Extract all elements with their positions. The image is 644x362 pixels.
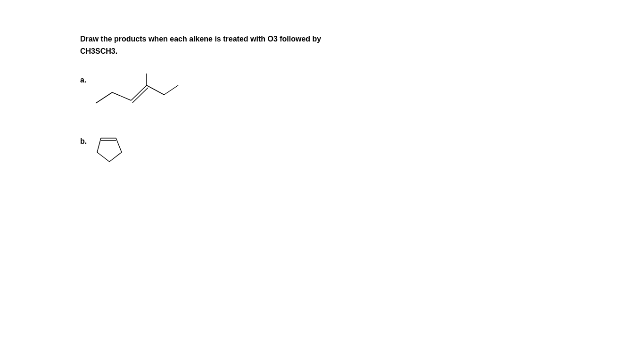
page-container: Draw the products when each alkene is tr… bbox=[0, 0, 644, 203]
molecule-b-structure bbox=[91, 132, 129, 165]
molecule-a-structure bbox=[91, 71, 185, 114]
question-line1: Draw the products when each alkene is tr… bbox=[80, 35, 321, 43]
molecules-container: a. bbox=[80, 71, 564, 165]
question-line2: CH3SCH3. bbox=[80, 47, 117, 55]
svg-line-7 bbox=[97, 138, 101, 152]
svg-line-5 bbox=[147, 85, 164, 95]
svg-line-0 bbox=[96, 92, 112, 103]
svg-line-2 bbox=[131, 85, 147, 100]
svg-line-12 bbox=[97, 152, 109, 162]
svg-line-10 bbox=[116, 138, 122, 152]
molecule-b-item: b. bbox=[80, 132, 564, 165]
question-text: Draw the products when each alkene is tr… bbox=[80, 33, 542, 57]
svg-line-1 bbox=[112, 92, 131, 100]
svg-line-3 bbox=[132, 88, 148, 103]
svg-line-11 bbox=[109, 152, 122, 162]
molecule-a-item: a. bbox=[80, 71, 564, 114]
molecule-b-label: b. bbox=[80, 137, 87, 146]
svg-line-6 bbox=[164, 85, 178, 95]
molecule-a-label: a. bbox=[80, 76, 86, 84]
